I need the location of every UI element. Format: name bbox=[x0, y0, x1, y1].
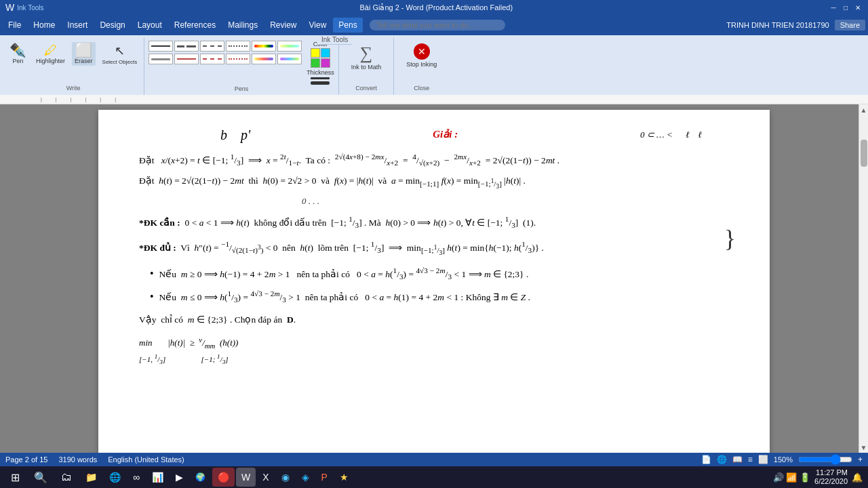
menu-file[interactable]: File bbox=[3, 18, 26, 33]
sketch-right: 0 ⊂ … < ℓ ℓ bbox=[640, 127, 702, 142]
view-read-button[interactable]: 📖 bbox=[732, 455, 743, 464]
bullet1-dot: • bbox=[150, 264, 154, 283]
ink-to-math-label: Ink to Math bbox=[351, 64, 382, 71]
sketch-bp: b p' bbox=[220, 123, 250, 146]
zoom-slider[interactable] bbox=[798, 455, 852, 464]
close-button[interactable]: ✕ bbox=[853, 3, 863, 12]
menu-references[interactable]: References bbox=[169, 18, 221, 33]
scroll-thumb[interactable] bbox=[861, 140, 867, 167]
color-cyan[interactable] bbox=[321, 48, 330, 58]
color-yellow[interactable] bbox=[311, 48, 320, 58]
taskbar-app-yellow[interactable]: ★ bbox=[334, 468, 354, 487]
view-web-button[interactable]: 🌐 bbox=[717, 455, 727, 464]
menu-insert[interactable]: Insert bbox=[62, 18, 93, 33]
taskbar-app-red1[interactable]: 🔴 bbox=[212, 468, 235, 487]
pen-style-wave[interactable] bbox=[174, 41, 199, 52]
bullet1-text: Nếu m ≥ 0 ⟹ h(−1) = 4 + 2m > 1 nên ta ph… bbox=[159, 264, 529, 283]
menu-mailings[interactable]: Mailings bbox=[222, 18, 263, 33]
pens-group-label: Pens bbox=[149, 85, 334, 92]
taskbar-app-media[interactable]: ▶ bbox=[170, 468, 189, 487]
color-button[interactable]: Color bbox=[307, 41, 334, 68]
vertical-scrollbar[interactable]: ▲ ▼ bbox=[859, 104, 868, 453]
pen-style-rainbow1[interactable] bbox=[252, 41, 276, 52]
pen-style-6[interactable] bbox=[252, 54, 276, 64]
taskbar-word[interactable]: W bbox=[236, 468, 256, 487]
user-name: TRINH DINH TRIEN 20181790 bbox=[726, 21, 829, 29]
status-bar: Page 2 of 15 3190 words English (United … bbox=[0, 453, 868, 466]
pen-style-rainbow2[interactable] bbox=[277, 41, 302, 52]
highlighter-icon: 🖊 bbox=[44, 43, 58, 57]
document-page: b p' Giải : 0 ⊂ … < ℓ ℓ Đặt x/(x+2) = t … bbox=[98, 110, 770, 453]
ribbon: Ink Tools ✒️ Pen 🖊 Highlighter ⬜ Eraser … bbox=[0, 35, 868, 95]
menu-pens[interactable]: Pens bbox=[333, 18, 362, 33]
menu-layout[interactable]: Layout bbox=[132, 18, 167, 33]
menu-home[interactable]: Home bbox=[28, 18, 60, 33]
menu-bar: File Home Insert Design Layout Reference… bbox=[0, 15, 868, 35]
scroll-up-button[interactable]: ▲ bbox=[859, 104, 868, 115]
taskbar-app-calendar[interactable]: 📊 bbox=[146, 468, 169, 487]
notification-button[interactable]: 🔔 bbox=[852, 472, 863, 483]
doc-line1: Đặt x/(x+2) = t ∈ [−1; 1/3] ⟹ x = 2t/1−t… bbox=[139, 150, 729, 169]
convert-group: ∑ Ink to Math Convert bbox=[339, 38, 395, 95]
pen-style-dots[interactable] bbox=[226, 41, 250, 52]
pen-icon: ✒️ bbox=[9, 43, 26, 57]
share-button[interactable]: Share bbox=[835, 20, 865, 30]
pen-style-5[interactable] bbox=[226, 54, 250, 64]
ink-to-math-button[interactable]: ∑ Ink to Math bbox=[346, 41, 387, 84]
date-display: 6/22/2020 bbox=[814, 477, 848, 486]
taskbar-excel[interactable]: X bbox=[257, 468, 274, 487]
minimize-button[interactable]: ─ bbox=[829, 3, 838, 12]
view-print-button[interactable]: 📄 bbox=[701, 455, 711, 464]
close-label: Close bbox=[414, 84, 429, 92]
doc-bottom-sketches: min |h(t)| ≥ v/mm (h(t)) [−1, 1/3] [−1; … bbox=[139, 333, 729, 368]
color-purple[interactable] bbox=[321, 58, 330, 68]
taskbar-app-blue1[interactable]: ◉ bbox=[276, 468, 295, 487]
color-green[interactable] bbox=[311, 58, 320, 68]
menu-review[interactable]: Review bbox=[264, 18, 302, 33]
maximize-button[interactable]: □ bbox=[841, 3, 850, 12]
taskbar-app-infinity[interactable]: ∞ bbox=[127, 468, 145, 487]
menu-search[interactable] bbox=[370, 20, 505, 30]
pen-style-3[interactable] bbox=[174, 54, 199, 64]
taskbar-app-blue2[interactable]: ◈ bbox=[296, 468, 315, 487]
giai-label: Giải : bbox=[433, 126, 458, 144]
doc-bullet1: • Nếu m ≥ 0 ⟹ h(−1) = 4 + 2m > 1 nên ta … bbox=[150, 264, 729, 283]
pen-style-dash[interactable] bbox=[200, 41, 224, 52]
taskbar-chrome[interactable]: 🌍 bbox=[190, 468, 211, 487]
ink-tools-label: Ink Tools bbox=[17, 4, 43, 12]
pen-style-2[interactable] bbox=[149, 54, 173, 64]
doc-bullet2: • Nếu m ≤ 0 ⟹ h(1/3) = 4√3 − 2m/3 > 1 nê… bbox=[150, 287, 729, 306]
status-right: 📄 🌐 📖 ≡ ⬜ 150% + bbox=[701, 455, 863, 464]
eraser-button[interactable]: ⬜ Eraser bbox=[72, 42, 96, 66]
select-icon: ↖ bbox=[115, 43, 125, 58]
pen-button[interactable]: ✒️ Pen bbox=[7, 42, 29, 66]
zoom-in-button[interactable]: + bbox=[858, 455, 863, 464]
title-bar: W Ink Tools Bài Giảng 2 - Word (Product … bbox=[0, 0, 868, 15]
highlighter-button[interactable]: 🖊 Highlighter bbox=[33, 42, 68, 66]
select-objects-button[interactable]: ↖ Select Objects bbox=[100, 42, 140, 66]
title-bar-controls: ─ □ ✕ bbox=[829, 3, 863, 12]
stop-inking-button[interactable]: ✕ Stop Inking bbox=[401, 41, 442, 84]
sketch-bottom-left: min |h(t)| ≥ v/mm (h(t)) [−1, 1/3] [−1; … bbox=[139, 333, 238, 368]
thickness-button[interactable]: Thickness bbox=[307, 69, 334, 85]
select-label: Select Objects bbox=[102, 59, 138, 65]
pen-style-7[interactable] bbox=[277, 54, 302, 64]
doc-conclusion: Vậy chỉ có m ∈ {2;3} . Chọn đáp án D. bbox=[139, 312, 729, 328]
pen-style-4[interactable] bbox=[200, 54, 224, 64]
taskbar-browser-edge[interactable]: 🌐 bbox=[104, 468, 126, 487]
view-draft-button[interactable]: ⬜ bbox=[758, 455, 768, 464]
menu-view[interactable]: View bbox=[304, 18, 332, 33]
task-view-button[interactable]: 🗂 bbox=[54, 468, 79, 487]
menu-design[interactable]: Design bbox=[94, 18, 130, 33]
highlighter-label: Highlighter bbox=[36, 58, 65, 64]
doc-dk-can: *ĐK cần : 0 < a < 1 ⟹ h(t) không đổi dấu… bbox=[139, 213, 729, 232]
ruler: ||| ||| bbox=[0, 95, 868, 104]
doc-header-sketch: b p' Giải : 0 ⊂ … < ℓ ℓ bbox=[139, 123, 729, 146]
start-button[interactable]: ⊞ bbox=[3, 468, 27, 487]
pen-style-solid[interactable] bbox=[149, 41, 173, 52]
scroll-down-button[interactable]: ▼ bbox=[859, 442, 868, 453]
taskbar-powerpoint[interactable]: P bbox=[316, 468, 333, 487]
taskbar-file-explorer[interactable]: 📁 bbox=[80, 468, 102, 487]
search-button[interactable]: 🔍 bbox=[28, 468, 53, 487]
view-outline-button[interactable]: ≡ bbox=[748, 455, 753, 464]
